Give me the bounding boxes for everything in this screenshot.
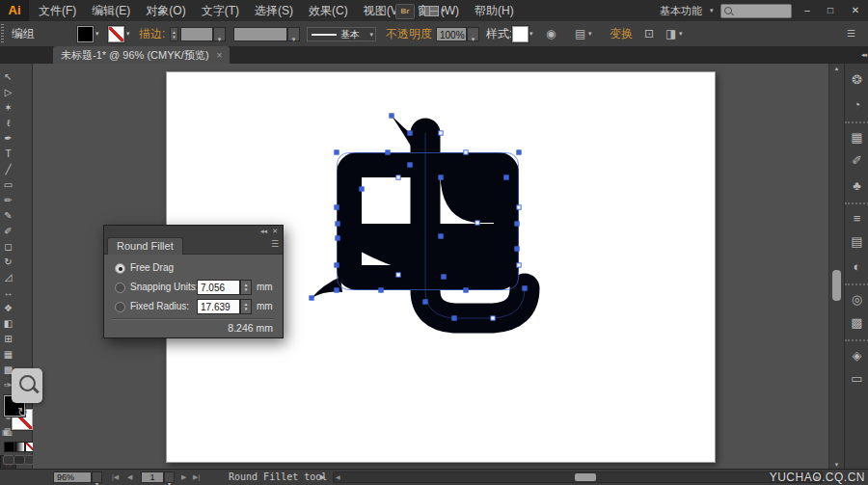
- style-swatch[interactable]: [512, 26, 529, 42]
- tool-selection[interactable]: ↖: [0, 69, 16, 85]
- bridge-button[interactable]: Br: [395, 4, 415, 19]
- menu-item-type[interactable]: 文字(T): [194, 0, 247, 21]
- dock-panel-color[interactable]: ❂: [845, 67, 868, 93]
- dock-panel-appearance[interactable]: ◎: [845, 283, 868, 310]
- tool-scale[interactable]: ◿: [0, 270, 16, 285]
- drag-grip[interactable]: [1, 24, 4, 43]
- scroll-down-icon[interactable]: ▼: [829, 462, 844, 468]
- chevron-down-icon[interactable]: ▾: [126, 23, 130, 44]
- arrange-documents-icon[interactable]: [424, 6, 439, 16]
- chevron-down-icon[interactable]: ▾: [588, 23, 592, 44]
- gradient-button[interactable]: [14, 442, 25, 452]
- panel-title-strip[interactable]: ✕ ◂◂: [104, 226, 283, 236]
- vertical-scroll-thumb[interactable]: [832, 270, 841, 301]
- free-drag-radio[interactable]: [115, 263, 125, 274]
- tool-lasso[interactable]: ℓ: [0, 116, 16, 131]
- prev-artboard-icon[interactable]: ◀: [127, 470, 132, 485]
- tool-eraser[interactable]: ◻: [0, 239, 16, 255]
- workspace-switcher[interactable]: 基本功能: [660, 0, 702, 21]
- brush-definition-dropdown[interactable]: ▾: [287, 27, 300, 41]
- opacity-dropdown[interactable]: ▾: [467, 27, 479, 41]
- stroke-weight-input[interactable]: [180, 27, 213, 41]
- chevron-down-icon[interactable]: ▾: [529, 23, 533, 44]
- dock-panel-swatches[interactable]: ▦: [845, 121, 868, 148]
- snapping-units-stepper[interactable]: [240, 280, 252, 295]
- stroke-weight-dropdown[interactable]: ▾: [213, 27, 226, 41]
- tool-rotate[interactable]: ↻: [0, 255, 16, 270]
- tool-direct-selection[interactable]: ▷: [0, 85, 16, 100]
- color-button[interactable]: [4, 442, 14, 452]
- transform-label[interactable]: 变换: [610, 21, 633, 46]
- snapping-units-radio[interactable]: [115, 283, 125, 293]
- shape-modes-icon[interactable]: ◨: [665, 21, 676, 46]
- horizontal-scroll-thumb[interactable]: [575, 473, 596, 481]
- menu-item-effect[interactable]: 效果(C): [301, 0, 356, 21]
- artboard-dropdown[interactable]: ▾: [164, 472, 175, 483]
- tab-close-icon[interactable]: ×: [217, 50, 223, 61]
- tool-free-transform[interactable]: ❖: [0, 301, 16, 316]
- dock-panel-layers[interactable]: ◈: [845, 339, 868, 366]
- scroll-up-icon[interactable]: ▲: [829, 66, 844, 71]
- tool-shape-builder[interactable]: ◧: [0, 316, 16, 332]
- stroke-weight-stepper[interactable]: [170, 27, 178, 41]
- align-icon[interactable]: ⊡: [644, 21, 654, 46]
- first-artboard-icon[interactable]: |◀: [112, 470, 119, 485]
- tool-pencil[interactable]: ✎: [0, 208, 16, 224]
- panel-menu-icon[interactable]: ☰: [271, 239, 279, 249]
- tool-line-segment[interactable]: ╱: [0, 162, 16, 177]
- menu-item-select[interactable]: 选择(S): [247, 0, 301, 21]
- next-artboard-icon[interactable]: ▶: [181, 470, 186, 485]
- dock-panel-gradient[interactable]: ▤: [845, 229, 868, 255]
- last-artboard-icon[interactable]: ▶|: [193, 470, 200, 485]
- maximize-button[interactable]: □: [820, 0, 841, 21]
- tool-pen[interactable]: ✒: [0, 131, 16, 147]
- tool-blob-brush[interactable]: ✐: [0, 224, 16, 239]
- close-button[interactable]: ✕: [843, 0, 868, 21]
- opacity-input[interactable]: 100%: [436, 27, 467, 41]
- menu-item-help[interactable]: 帮助(H): [467, 0, 522, 21]
- zoom-level-dropdown[interactable]: ▾: [92, 472, 102, 483]
- search-input[interactable]: [720, 4, 792, 18]
- tool-width[interactable]: ↔: [0, 285, 16, 301]
- fixed-radius-radio[interactable]: [115, 302, 125, 312]
- document-tab[interactable]: 未标题-1* @ 96% (CMYK/预览) ×: [53, 46, 230, 64]
- chevron-down-icon[interactable]: ▾: [679, 23, 683, 44]
- zoom-level-input[interactable]: 96%: [53, 472, 92, 483]
- panel-tab-title[interactable]: Round Fillet: [107, 237, 183, 255]
- dock-panel-color-guide[interactable]: ◔: [845, 93, 868, 118]
- brush-definition-input[interactable]: [233, 27, 287, 41]
- document-setup-icon[interactable]: ▤: [575, 21, 585, 46]
- stroke-label[interactable]: 描边:: [139, 21, 165, 46]
- dock-panel-transparency[interactable]: ◐: [845, 255, 868, 280]
- scroll-left-icon[interactable]: ◀: [336, 472, 340, 482]
- tool-perspective-grid[interactable]: ⊞: [0, 332, 16, 347]
- artboard-number-input[interactable]: 1: [141, 472, 164, 483]
- menu-item-edit[interactable]: 编辑(E): [84, 0, 138, 21]
- menu-item-object[interactable]: 对象(O): [138, 0, 193, 21]
- recolor-artwork-icon[interactable]: ◉: [546, 21, 556, 46]
- dock-collapse-icon[interactable]: ◂◂: [861, 46, 866, 64]
- snapping-units-input[interactable]: [197, 280, 240, 295]
- variable-width-profile[interactable]: 基本 ▾: [307, 27, 376, 41]
- fill-color-swatch[interactable]: [77, 26, 94, 42]
- canvas[interactable]: ✕ ◂◂ Round Fillet ☰ Free Drag Snapping U…: [33, 64, 828, 470]
- minimize-button[interactable]: –: [797, 0, 818, 21]
- chevron-down-icon[interactable]: ▾: [95, 23, 99, 44]
- panel-close-icon[interactable]: ✕: [272, 226, 278, 236]
- fixed-radius-input[interactable]: [197, 299, 240, 314]
- dock-panel-artboards[interactable]: ▭: [845, 366, 868, 391]
- chevron-down-icon[interactable]: ▾: [442, 0, 446, 21]
- menu-item-file[interactable]: 文件(F): [31, 0, 84, 21]
- dock-panel-brushes[interactable]: ✐: [845, 148, 868, 174]
- vertical-scrollbar[interactable]: ▲ ▼: [828, 64, 844, 470]
- tool-paintbrush[interactable]: ✏: [0, 193, 16, 208]
- status-expand-icon[interactable]: ▶: [320, 470, 325, 485]
- tool-magic-wand[interactable]: ✶: [0, 100, 16, 116]
- dock-panel-graphic-styles[interactable]: ▩: [845, 310, 868, 336]
- dock-panel-symbols[interactable]: ♣: [845, 174, 868, 199]
- default-fill-stroke-icon[interactable]: ▣: [2, 428, 10, 437]
- fixed-radius-stepper[interactable]: [240, 299, 252, 314]
- stroke-color-swatch[interactable]: [108, 26, 124, 42]
- panel-menu-icon[interactable]: ☰: [847, 21, 855, 46]
- chevron-down-icon[interactable]: ▾: [710, 0, 714, 21]
